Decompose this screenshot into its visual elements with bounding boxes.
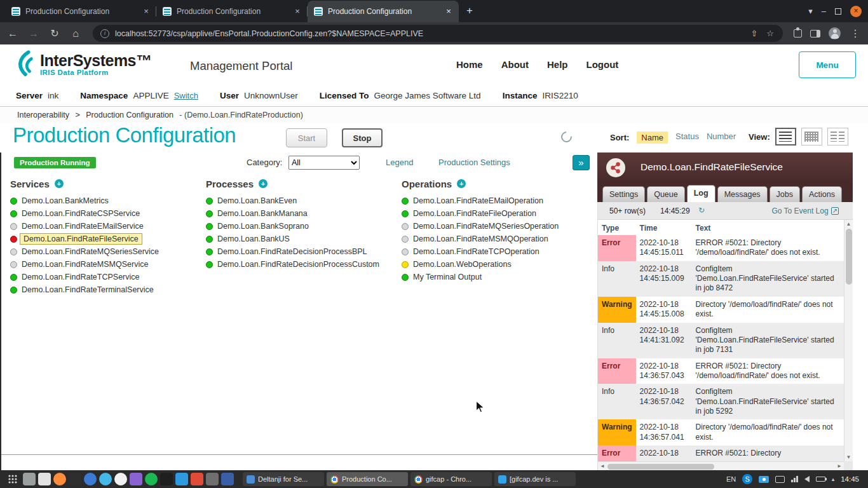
view-split-button[interactable]: [827, 128, 848, 146]
log-column-header[interactable]: Text: [692, 220, 844, 235]
browser-tab[interactable]: Production Configuration×: [308, 1, 459, 22]
add-item-button[interactable]: +: [55, 179, 64, 188]
config-item[interactable]: Demo.Loan.WebOperations: [402, 258, 592, 271]
vertical-scrollbar[interactable]: ▲ ▼: [844, 220, 853, 461]
config-item[interactable]: Demo.Loan.FindRateFileService: [10, 233, 201, 245]
breadcrumb-interoperability[interactable]: Interoperability: [17, 111, 69, 119]
taskbar-app-icon-10[interactable]: [160, 473, 173, 485]
taskbar-app-icon-12[interactable]: [191, 473, 203, 485]
panel-tab-settings[interactable]: Settings: [602, 186, 645, 202]
config-item[interactable]: Demo.Loan.BankMetrics: [10, 194, 201, 207]
taskbar-window-button[interactable]: gifcap - Chro...: [410, 472, 492, 486]
stop-button[interactable]: Stop: [342, 128, 383, 147]
nav-link-help[interactable]: Help: [547, 59, 568, 70]
browser-tab[interactable]: Production Configuration×: [156, 1, 308, 22]
scroll-down-icon[interactable]: ▼: [844, 454, 853, 460]
new-tab-button[interactable]: +: [461, 3, 478, 19]
tab-close-icon[interactable]: ×: [292, 6, 302, 17]
config-item[interactable]: Demo.Loan.FindRateFileOperation: [402, 207, 592, 220]
sort-option-number[interactable]: Number: [707, 132, 736, 144]
profile-avatar[interactable]: [829, 27, 841, 39]
taskbar-app-icon-11[interactable]: [175, 473, 188, 485]
config-item[interactable]: Demo.Loan.BankEven: [206, 194, 397, 207]
panel-tab-jobs[interactable]: Jobs: [770, 186, 800, 202]
refresh-log-icon[interactable]: ↻: [698, 206, 705, 215]
taskbar-clock[interactable]: 14:45: [841, 475, 859, 483]
panel-tab-actions[interactable]: Actions: [802, 186, 842, 202]
site-info-icon[interactable]: i: [100, 29, 109, 38]
expand-panel-button[interactable]: »: [573, 155, 590, 170]
taskbar-app-icon-13[interactable]: [206, 473, 219, 485]
taskbar-app-icon-9[interactable]: [145, 473, 158, 485]
scroll-up-icon[interactable]: ▲: [844, 221, 853, 227]
taskbar-app-icon-1[interactable]: [23, 473, 36, 485]
nav-link-logout[interactable]: Logout: [587, 59, 619, 70]
tray-expand-icon[interactable]: ▴: [832, 476, 835, 482]
config-item[interactable]: Demo.Loan.FindRateCSPService: [10, 207, 201, 220]
config-item[interactable]: Demo.Loan.FindRateEMailOperation: [402, 194, 592, 207]
view-list-button[interactable]: [775, 128, 796, 146]
share-icon[interactable]: ⇧: [749, 29, 759, 38]
namespace-switch-link[interactable]: Switch: [174, 91, 198, 100]
window-menu-icon[interactable]: ▾: [808, 6, 813, 16]
config-item[interactable]: Demo.Loan.FindRateDecisionProcessBPL: [206, 245, 397, 258]
taskbar-app-icon-6[interactable]: [99, 473, 112, 485]
vertical-scrollbar-thumb[interactable]: [846, 229, 852, 285]
config-item[interactable]: Demo.Loan.FindRateMQSeriesOperation: [402, 220, 592, 233]
config-item[interactable]: Demo.Loan.FindRateMSMQService: [10, 258, 201, 271]
config-item[interactable]: Demo.Loan.FindRateTCPOperation: [402, 245, 592, 258]
config-item[interactable]: Demo.Loan.BankSoprano: [206, 220, 397, 233]
forward-button[interactable]: →: [27, 28, 40, 39]
address-bar[interactable]: i localhost:52773/csp/applive/EnsPortal.…: [93, 25, 783, 42]
view-grid-button[interactable]: [801, 128, 822, 146]
taskbar-window-button[interactable]: [gifcap.dev is ...: [494, 472, 576, 486]
nav-link-about[interactable]: About: [501, 59, 529, 70]
scroll-left-icon[interactable]: ◄: [600, 463, 605, 469]
browser-menu-icon[interactable]: ⋮: [849, 27, 862, 39]
extensions-icon[interactable]: [794, 29, 802, 37]
panel-tab-messages[interactable]: Messages: [717, 186, 768, 202]
home-button[interactable]: ⌂: [69, 28, 82, 39]
display-icon[interactable]: [775, 476, 785, 483]
taskbar-app-icon-2[interactable]: [38, 473, 51, 485]
config-item[interactable]: Demo.Loan.FindRateMQSeriesService: [10, 245, 201, 258]
taskbar-app-icon-14[interactable]: [221, 473, 234, 485]
close-window-button[interactable]: ×: [850, 6, 862, 17]
nav-link-home[interactable]: Home: [456, 59, 483, 70]
add-item-button[interactable]: +: [457, 179, 466, 188]
tab-close-icon[interactable]: ×: [141, 6, 151, 17]
config-item[interactable]: Demo.Loan.BankManana: [206, 207, 397, 220]
log-column-header[interactable]: Type: [598, 220, 636, 235]
config-item[interactable]: Demo.Loan.FindRateDecisionProcessCustom: [206, 258, 397, 271]
go-to-event-log-link[interactable]: Go To Event Log ↗: [771, 207, 839, 215]
volume-icon[interactable]: [804, 476, 810, 482]
horizontal-scrollbar[interactable]: ◄ ►: [598, 461, 844, 470]
config-item[interactable]: Demo.Loan.FindRateTerminalService: [10, 283, 201, 296]
applications-menu-icon[interactable]: [5, 472, 20, 486]
start-button[interactable]: Start: [286, 128, 327, 147]
taskbar-window-button[interactable]: Deltanji for Se...: [243, 472, 324, 486]
taskbar-app-icon-5[interactable]: [84, 473, 97, 485]
config-item[interactable]: Demo.Loan.FindRateEMailService: [10, 220, 201, 233]
taskbar-app-icon-4[interactable]: [69, 473, 81, 485]
legend-link[interactable]: Legend: [386, 158, 413, 167]
tab-close-icon[interactable]: ×: [444, 6, 454, 17]
menu-button[interactable]: Menu: [799, 51, 856, 78]
browser-tab[interactable]: Production Configuration×: [5, 1, 156, 22]
add-item-button[interactable]: +: [259, 179, 268, 188]
panel-tab-queue[interactable]: Queue: [647, 186, 685, 202]
sort-option-name[interactable]: Name: [637, 132, 668, 144]
taskbar-window-button[interactable]: Production Co...: [327, 472, 408, 486]
taskbar-app-icon-8[interactable]: [130, 473, 142, 485]
category-select[interactable]: All: [288, 156, 360, 170]
config-item[interactable]: Demo.Loan.FindRateMSMQOperation: [402, 233, 592, 245]
log-column-header[interactable]: Time: [636, 220, 692, 235]
panel-tab-log[interactable]: Log: [687, 185, 715, 202]
bookmark-star-icon[interactable]: ☆: [765, 29, 775, 38]
scroll-right-icon[interactable]: ►: [837, 463, 842, 469]
camera-icon[interactable]: [759, 476, 769, 483]
minimize-button[interactable]: –: [822, 6, 826, 16]
back-button[interactable]: ←: [6, 28, 19, 39]
taskbar-app-icon-7[interactable]: [114, 473, 127, 485]
reload-button[interactable]: ↻: [48, 27, 61, 39]
